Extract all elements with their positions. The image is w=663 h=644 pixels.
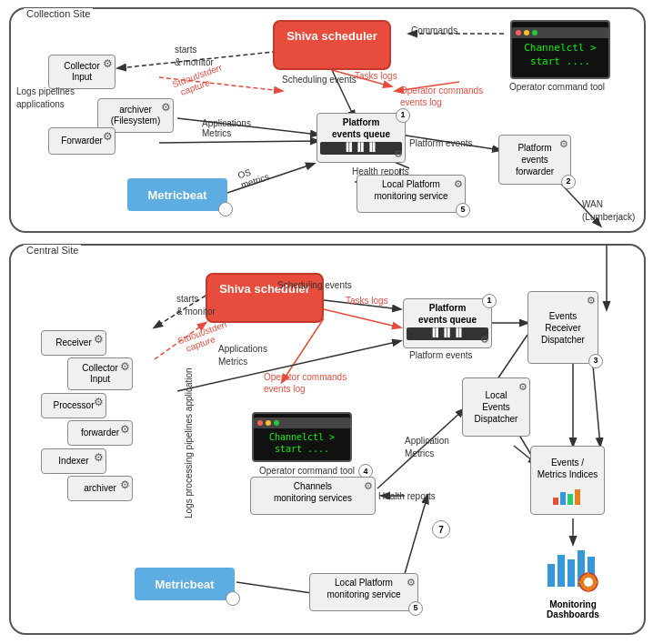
gear-led: ⚙ [518,380,527,393]
terminal-bar-central [254,418,350,428]
tasks-logs-label-central: Tasks logs [346,296,388,306]
badge-lpm-central: 5 [408,601,423,616]
gear-cms: ⚙ [364,479,373,492]
receiver-central: Receiver ⚙ [41,330,106,356]
diagram: Collection Site Shiva scheduler Channelc… [0,0,663,644]
platform-events-queue-top: Platformevents queue ▐▌▐▌▐▌ ⚙ 1 [316,113,406,163]
indexer-central: Indexer ⚙ [41,448,106,474]
collector-input-central: Collector Input ⚙ [67,357,133,390]
dot-yellow-c [266,420,271,426]
health-reports-label-central: Health reports [378,491,436,501]
metricbeat-top: Metricbeat 6 [127,178,227,211]
application-metrics-label: ApplicationMetrics [405,435,449,460]
monitoring-dashboards-label: MonitoringDashboards [527,599,618,619]
forwarder-central: forwarder ⚙ [67,420,133,446]
gear-pf-top: ⚙ [559,137,568,150]
central-site-label: Central Site [24,245,81,256]
gear-queue-central: ⚙ [480,333,489,346]
channels-monitoring-services: Channelsmonitoring services ⚙ [250,477,376,515]
local-platform-monitoring-top: Local Platformmonitoring service ⚙ 5 [357,175,466,213]
wan-label: WAN(Lumberjack) [582,198,635,224]
badge-queue-top: 1 [396,108,410,123]
gear-indexer: ⚙ [94,451,104,464]
logs-pipelines-label-top: Logs pipelinesapplications [16,86,75,111]
gear-monitoring-top: ⚙ [454,177,463,190]
collector-input-top: Collector Input ⚙ [48,55,116,89]
badge-metricbeat-top: 6 [218,202,233,216]
starts-monitor-label-top: starts& monitor [175,44,214,69]
gear-receiver: ⚙ [94,333,104,346]
tasks-logs-label-top: Tasks logs [355,71,397,81]
gear-lpm-central: ⚙ [407,576,416,589]
local-platform-monitoring-central: Local Platformmonitoring service ⚙ 5 [309,573,418,611]
svg-rect-38 [568,559,575,587]
terminal-text-top: Channelctl >start .... [520,38,599,72]
gear-ci-central: ⚙ [120,360,130,373]
monitoring-dashboards: MonitoringDashboards [527,546,618,619]
terminal-central: Channelctl >start .... [252,412,352,462]
platform-events-queue-central: Platformevents queue ▐▌▐▌▐▌ ⚙ 1 [403,298,492,348]
svg-point-42 [584,578,593,587]
starts-monitor-label-central: starts& monitor [176,293,216,318]
gear-forwarder-top: ⚙ [103,130,113,143]
shiva-scheduler-top: Shiva scheduler [273,20,391,70]
svg-rect-35 [575,489,580,505]
svg-rect-37 [558,555,565,587]
gear-queue-top: ⚙ [394,147,403,160]
gear-archiver-top: ⚙ [161,101,171,114]
processor-central: Processor ⚙ [41,393,106,418]
terminal-text-central: Channelctl >start .... [266,428,337,458]
badge-queue-central: 1 [482,294,497,308]
badge-erd: 3 [588,354,603,368]
dot-green [532,30,537,35]
dot-red-c [257,420,263,426]
archiver-central: archiver ⚙ [67,476,133,501]
commands-label-top: Commands [411,25,457,35]
operator-command-tool-label-central: Operator command tool [259,466,355,476]
dot-red [516,30,521,35]
terminal-top-bar [512,27,608,38]
chart-icon [551,485,584,507]
scheduling-events-label-top: Scheduling events [282,75,357,85]
badge-pf-top: 2 [561,175,576,189]
platform-events-label-top: Platform events [409,138,472,148]
queue-blocks-top: ▐▌▐▌▐▌ [320,142,402,155]
events-metrics-indices: Events /Metrics Indices [530,446,605,515]
gear-collector-top: ⚙ [103,57,113,70]
events-receiver-dispatcher: EventsReceiverDispatcher ⚙ 3 [527,291,598,364]
collection-site-label: Collection Site [24,8,93,19]
dot-yellow [524,30,529,35]
dashboard-icon [546,546,600,596]
operator-command-tool-label-top: Operator command tool [509,82,605,92]
scheduling-events-label-central: Scheduling events [277,280,352,290]
badge-seven: 7 [432,520,450,538]
gear-erd: ⚙ [587,294,596,307]
local-events-dispatcher: LocalEventsDispatcher ⚙ [462,377,530,437]
dot-green-c [274,420,279,426]
gear-processor: ⚙ [94,396,104,408]
platform-forwarder-top: Platformeventsforwarder ⚙ 2 [498,135,571,185]
svg-rect-32 [553,498,558,505]
svg-rect-33 [560,492,566,505]
gear-arch-central: ⚙ [120,478,130,491]
operator-commands-label-top: Operator commandsevents log [400,85,483,108]
terminal-top: Channelctl >start .... [510,20,610,79]
platform-events-label-central: Platform events [409,350,472,360]
metricbeat-central: Metricbeat 6 [135,568,235,600]
svg-rect-34 [568,494,573,505]
gear-fwd-central: ⚙ [120,423,130,436]
badge-monitoring-top: 5 [456,203,470,217]
applications-metrics-label-top: ApplicationsMetrics [202,118,251,138]
applications-metrics-label-central: ApplicationsMetrics [218,343,267,368]
queue-blocks-central: ▐▌▐▌▐▌ [407,327,488,340]
svg-rect-36 [547,564,555,587]
forwarder-top: Forwarder ⚙ [48,127,116,155]
operator-commands-label-central: Operator commandsevents log [264,371,347,395]
badge-metricbeat-central: 6 [226,591,240,606]
